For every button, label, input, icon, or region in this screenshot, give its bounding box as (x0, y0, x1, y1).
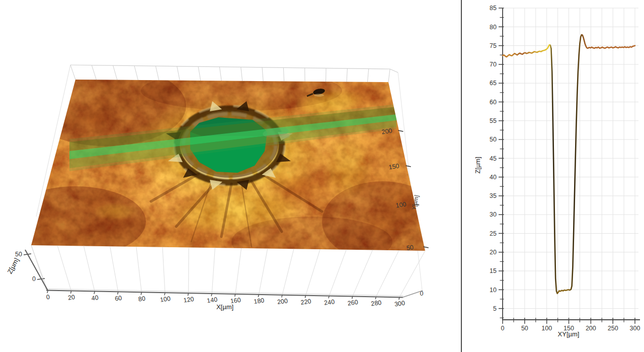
x-tick-label-3d: 100 (159, 295, 171, 304)
profile-y-tick-label: 60 (490, 99, 497, 106)
topography-surface[interactable] (5, 60, 443, 267)
y-tick-label-3d: 50 (406, 244, 414, 252)
z-axis-line (25, 250, 48, 291)
profile-y-tick-label: 85 (490, 5, 497, 12)
profile-x-tick-label: 100 (541, 325, 552, 332)
surface-3d-panel[interactable]: 0204060801001201401601802002202402602803… (0, 0, 461, 352)
profile-y-tick-label: 10 (490, 287, 497, 294)
profile-y-tick-label: 75 (490, 42, 497, 49)
profile-y-tick-label: 45 (490, 155, 497, 162)
profile-x-axis-title: XY[µm] (558, 330, 580, 338)
x-tick-label-3d: 20 (67, 294, 75, 302)
x-tick-label-3d: 280 (371, 299, 382, 308)
profile-y-tick-label: 15 (490, 267, 497, 274)
profile-chart-canvas[interactable]: 5101520253035404550556065707580850501001… (462, 0, 644, 352)
profile-y-tick-label: 55 (490, 117, 497, 124)
z-tick-label-3d: 50 (15, 251, 22, 258)
profile-y-tick-label: 40 (490, 174, 497, 181)
x-tick-label-3d: 240 (324, 298, 335, 307)
profile-x-tick-label: 0 (501, 325, 505, 332)
x-tick-label-3d: 120 (183, 296, 195, 304)
axis-lines (25, 245, 423, 298)
x-tick-label-3d: 200 (277, 297, 288, 306)
profile-axes-and-ticks: 5101520253035404550556065707580850501001… (490, 5, 640, 332)
x-tick-label-3d: 300 (394, 300, 406, 308)
profile-y-tick-label: 70 (490, 61, 497, 68)
surface-3d-canvas[interactable]: 0204060801001201401601802002202402602803… (0, 0, 461, 352)
x-axis-title-3d: X[µm] (216, 303, 233, 311)
x-tick-label-3d: 260 (347, 299, 359, 307)
z-axis-title-3d: Z[µm] (6, 257, 21, 275)
profile-x-tick-label: 50 (521, 325, 528, 332)
microscopy-analysis-window: 0204060801001201401601802002202402602803… (0, 0, 644, 352)
profile-x-tick-label: 200 (586, 325, 596, 332)
z-tick-label-3d: 0 (32, 275, 36, 283)
x-tick-label-3d: 80 (138, 295, 146, 303)
profile-y-axis-title: Z[µm] (474, 157, 481, 173)
x-tick-label-3d: 40 (91, 294, 99, 302)
profile-y-tick-label: 65 (490, 80, 497, 87)
profile-y-tick-label: 35 (490, 192, 497, 199)
profile-y-tick-label: 50 (490, 136, 497, 143)
profile-y-tick-label: 30 (490, 211, 497, 218)
profile-y-tick-label: 20 (490, 249, 497, 256)
profile-x-tick-label: 300 (630, 325, 640, 332)
profile-x-tick-label: 250 (608, 325, 618, 332)
x-tick-label-3d: 180 (254, 297, 265, 305)
x-tick-label-3d: 60 (114, 295, 122, 303)
profile-y-tick-label: 5 (493, 305, 497, 312)
profile-chart-panel[interactable]: 5101520253035404550556065707580850501001… (462, 0, 644, 352)
x-tick-label-3d: 220 (300, 298, 312, 306)
profile-y-tick-label: 25 (490, 230, 497, 237)
x-tick-label-3d: 0 (46, 294, 50, 301)
profile-gridlines (503, 8, 638, 320)
profile-y-tick-label: 80 (490, 24, 497, 31)
